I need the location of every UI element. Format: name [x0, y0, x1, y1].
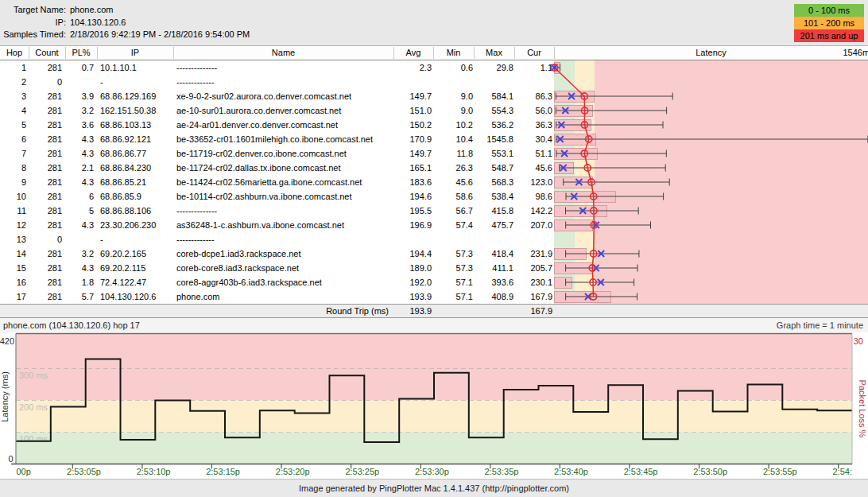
svg-text:2:53:55p: 2:53:55p: [763, 467, 797, 476]
svg-text:30: 30: [854, 336, 863, 346]
svg-text:2:53:05p: 2:53:05p: [67, 467, 101, 476]
svg-text:2:53:45p: 2:53:45p: [624, 467, 658, 476]
svg-text:2:53:10p: 2:53:10p: [137, 467, 171, 476]
svg-text:2:54:00p: 2:54:00p: [832, 467, 866, 476]
svg-text:100 ms: 100 ms: [19, 434, 48, 444]
svg-text:420: 420: [0, 336, 14, 346]
svg-text:00p: 00p: [17, 467, 31, 476]
svg-text:2:53:15p: 2:53:15p: [206, 467, 240, 476]
svg-text:2:53:40p: 2:53:40p: [554, 467, 588, 476]
svg-text:2:53:50p: 2:53:50p: [693, 467, 727, 476]
svg-text:2:53:35p: 2:53:35p: [485, 467, 519, 476]
svg-text:300 ms: 300 ms: [19, 371, 48, 380]
svg-text:200 ms: 200 ms: [19, 402, 48, 412]
svg-text:Latency (ms): Latency (ms): [0, 371, 10, 422]
svg-text:2:53:25p: 2:53:25p: [345, 467, 379, 476]
svg-text:2:53:20p: 2:53:20p: [276, 467, 310, 476]
svg-text:Packet Loss %: Packet Loss %: [858, 380, 867, 438]
svg-text:0: 0: [8, 454, 13, 464]
svg-text:2:53:30p: 2:53:30p: [415, 467, 449, 476]
